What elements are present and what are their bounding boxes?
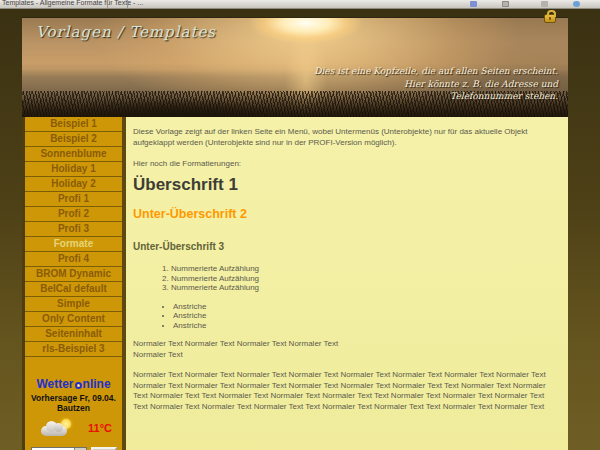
forecast-city-label: Bautzen — [25, 403, 122, 413]
sidebar: Beispiel 1Beispiel 2SonnenblumeHoliday 1… — [22, 117, 126, 450]
header-tagline-line: Telefonnummer stehen. — [314, 90, 558, 103]
header-tagline-line: Hier könnte z. B. die Adresse und — [314, 78, 558, 91]
sidebar-menu-item[interactable]: Sonnenblume — [25, 147, 122, 162]
cloud-icon — [41, 426, 67, 436]
sidebar-menu-item[interactable]: BelCal default — [25, 282, 122, 297]
brand-text-nline: nline — [83, 377, 111, 391]
site-title: Vorlagen / Templates — [36, 23, 216, 41]
sidebar-menu: Beispiel 1Beispiel 2SonnenblumeHoliday 1… — [25, 117, 122, 357]
formats-intro-paragraph: Hier noch die Formatierungen: — [133, 159, 558, 170]
sidebar-menu-item[interactable]: Holiday 2 — [25, 177, 122, 192]
tab-divider — [107, 0, 108, 9]
long-text-paragraph: Normaler Text Normaler Text Normaler Tex… — [133, 370, 558, 412]
sidebar-menu-item[interactable]: rls-Beispiel 3 — [25, 342, 122, 357]
help-icon[interactable] — [573, 1, 580, 7]
window-icon[interactable] — [541, 1, 548, 7]
bullet-list-item: Anstriche — [173, 302, 558, 312]
sidebar-menu-item[interactable]: Simple — [25, 297, 122, 312]
sidebar-menu-item[interactable]: Beispiel 2 — [25, 132, 122, 147]
numbered-list-item: Nummerierte Aufzählung — [171, 264, 558, 274]
tab-divider — [127, 0, 128, 9]
bullet-list-item: Anstriche — [173, 311, 558, 321]
heading-3: Unter-Überschrift 3 — [133, 242, 558, 253]
header-tagline: Dies ist eine Kopfzeile, die auf allen S… — [314, 65, 558, 103]
numbered-list: Nummerierte AufzählungNummerierte Aufzäh… — [133, 264, 558, 293]
sidebar-menu-item[interactable]: Profi 3 — [25, 222, 122, 237]
heading-1: Überschrift 1 — [133, 180, 558, 191]
bullet-list-item: Anstriche — [173, 321, 558, 331]
lock-icon[interactable] — [544, 14, 556, 23]
temperature-label: 11°C — [88, 422, 112, 434]
numbered-list-item: Nummerierte Aufzählung — [171, 283, 558, 293]
site-body: Beispiel 1Beispiel 2SonnenblumeHoliday 1… — [22, 117, 568, 450]
sidebar-menu-item[interactable]: Profi 2 — [25, 207, 122, 222]
site-container: Vorlagen / Templates Dies ist eine Kopfz… — [22, 17, 568, 450]
sidebar-menu-item[interactable]: Holiday 1 — [25, 162, 122, 177]
header-banner: Vorlagen / Templates Dies ist eine Kopfz… — [22, 17, 568, 117]
weather-condition-row: 11°C — [25, 413, 122, 441]
normal-text-paragraph: Normaler Text Normaler Text Normaler Tex… — [133, 339, 558, 360]
numbered-list-item: Nummerierte Aufzählung — [171, 274, 558, 284]
bullet-list: AnstricheAnstricheAnstriche — [133, 302, 558, 331]
normal-text-line: Normaler Text — [133, 350, 558, 361]
browser-titlebar: Templates - Allgemeine Formate für Texte… — [0, 0, 600, 9]
screen: Templates - Allgemeine Formate für Texte… — [0, 0, 600, 450]
print-icon[interactable] — [470, 1, 477, 7]
sidebar-menu-item[interactable]: Beispiel 1 — [25, 117, 122, 132]
layout-icon[interactable] — [502, 1, 509, 7]
sidebar-menu-item[interactable]: Profi 4 — [25, 252, 122, 267]
main-content: Diese Vorlage zeigt auf der linken Seite… — [126, 117, 568, 450]
sun-o-icon — [75, 382, 82, 389]
brand-text-wetter: Wetter — [36, 377, 73, 391]
wetteronline-logo[interactable]: Wetternline — [25, 377, 122, 391]
weather-widget: Wetternline Vorhersage Fr, 09.04. Bautze… — [25, 377, 122, 450]
normal-text-line: Normaler Text Normaler Text Normaler Tex… — [133, 339, 558, 350]
sidebar-menu-item[interactable]: Formate — [25, 237, 122, 252]
forecast-date-label: Vorhersage Fr, 09.04. — [25, 393, 122, 403]
sidebar-menu-item[interactable]: BROM Dynamic — [25, 267, 122, 282]
browser-tab-title: Templates - Allgemeine Formate für Texte… — [2, 0, 143, 6]
sidebar-menu-item[interactable]: Only Content — [25, 312, 122, 327]
sidebar-menu-item[interactable]: Profi 1 — [25, 192, 122, 207]
page-background: Vorlagen / Templates Dies ist eine Kopfz… — [0, 9, 600, 450]
sun-cloud-icon — [39, 419, 75, 437]
intro-paragraph: Diese Vorlage zeigt auf der linken Seite… — [133, 127, 558, 148]
header-tagline-line: Dies ist eine Kopfzeile, die auf allen S… — [314, 65, 558, 78]
heading-2: Unter-Überschrift 2 — [133, 209, 558, 220]
sidebar-menu-item[interactable]: Seiteninhalt — [25, 327, 122, 342]
